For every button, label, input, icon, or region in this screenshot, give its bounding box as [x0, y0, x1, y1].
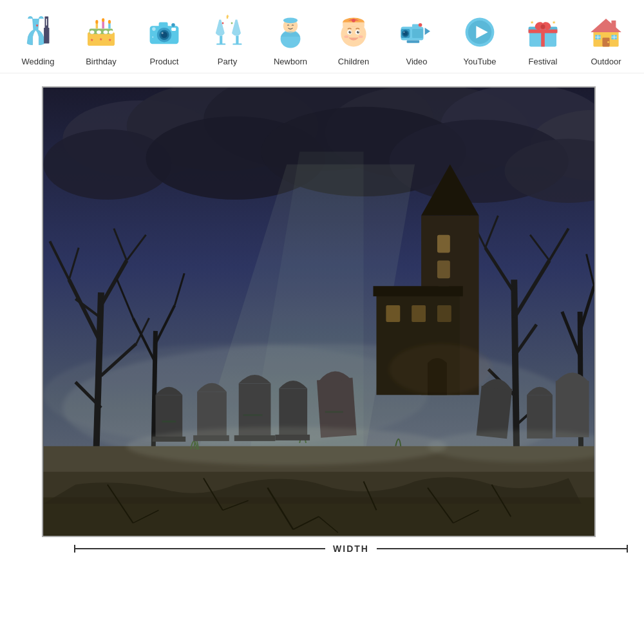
svg-text:★: ★ — [108, 38, 111, 42]
svg-text:★: ★ — [90, 38, 93, 42]
svg-rect-32 — [232, 44, 242, 45]
category-item-birthday[interactable]: ★ ★ ★ Birthday — [75, 12, 127, 66]
svg-marker-76 — [591, 19, 621, 32]
category-item-product[interactable]: ♦ Product — [138, 12, 190, 66]
wedding-label: Wedding — [21, 57, 54, 66]
party-label: Party — [218, 57, 237, 66]
svg-rect-132 — [437, 235, 450, 253]
svg-rect-137 — [386, 305, 400, 322]
svg-point-52 — [352, 19, 355, 23]
main-content: HEIGHT — [0, 73, 644, 554]
svg-point-14 — [102, 18, 104, 22]
svg-point-50 — [344, 35, 348, 38]
svg-text:★: ★ — [552, 20, 556, 24]
svg-rect-31 — [236, 36, 238, 44]
svg-point-24 — [162, 32, 164, 34]
svg-rect-59 — [412, 24, 419, 28]
category-item-festival[interactable]: ★ ★ Festival — [517, 12, 569, 66]
svg-rect-62 — [407, 41, 420, 43]
svg-rect-133 — [437, 260, 450, 278]
svg-point-49 — [358, 32, 359, 32]
birthday-label: Birthday — [86, 57, 117, 66]
svg-text:✦: ✦ — [225, 14, 230, 19]
backdrop-image — [42, 86, 596, 537]
svg-point-7 — [97, 30, 101, 34]
category-item-children[interactable]: Children — [328, 12, 379, 66]
svg-rect-29 — [220, 36, 222, 44]
svg-point-8 — [104, 30, 108, 34]
svg-rect-43 — [343, 23, 365, 27]
svg-point-61 — [419, 23, 422, 27]
svg-point-85 — [607, 41, 609, 43]
children-icon — [333, 12, 374, 53]
svg-rect-58 — [412, 29, 423, 38]
svg-point-46 — [348, 31, 351, 33]
width-tick-right — [627, 545, 628, 553]
product-icon: ♦ — [144, 12, 185, 53]
outdoor-label: Outdoor — [591, 57, 621, 66]
svg-marker-60 — [425, 28, 430, 35]
svg-rect-166 — [556, 381, 589, 437]
svg-text:♥: ♥ — [36, 23, 39, 28]
svg-rect-136 — [374, 286, 463, 296]
svg-point-35 — [222, 23, 224, 24]
width-label: WIDTH — [325, 544, 377, 554]
category-item-video[interactable]: Video — [391, 12, 442, 66]
newborn-icon — [270, 12, 311, 53]
svg-rect-138 — [412, 305, 426, 322]
youtube-icon — [459, 12, 500, 53]
svg-point-140 — [389, 344, 491, 395]
svg-rect-20 — [159, 23, 168, 28]
category-item-outdoor[interactable]: Outdoor — [580, 12, 632, 66]
category-navigation: ♥ Wedding — [0, 0, 644, 73]
svg-rect-1 — [44, 28, 49, 44]
svg-rect-167 — [162, 421, 176, 422]
svg-text:★: ★ — [99, 37, 102, 41]
product-label: Product — [150, 57, 179, 66]
svg-point-9 — [109, 30, 113, 34]
svg-rect-169 — [325, 411, 343, 413]
svg-point-48 — [350, 32, 350, 32]
party-icon: ✦ — [207, 12, 248, 53]
outdoor-icon — [585, 12, 627, 53]
svg-point-170 — [127, 427, 447, 466]
svg-rect-69 — [529, 30, 558, 33]
category-item-newborn[interactable]: Newborn — [265, 12, 316, 66]
svg-rect-168 — [243, 414, 263, 416]
birthday-icon: ★ ★ ★ — [80, 12, 122, 53]
svg-point-26 — [171, 23, 175, 27]
svg-text:★: ★ — [530, 20, 534, 24]
category-item-wedding[interactable]: ♥ Wedding — [12, 12, 64, 66]
newborn-label: Newborn — [274, 57, 307, 66]
svg-rect-30 — [216, 44, 225, 45]
svg-rect-2 — [46, 19, 47, 26]
youtube-label: YouTube — [463, 57, 496, 66]
svg-point-51 — [359, 35, 363, 38]
svg-rect-84 — [611, 21, 616, 28]
svg-rect-139 — [437, 305, 451, 322]
svg-point-72 — [541, 24, 545, 29]
festival-label: Festival — [529, 57, 558, 66]
svg-point-6 — [90, 30, 95, 34]
category-item-youtube[interactable]: YouTube — [454, 12, 506, 66]
svg-point-15 — [108, 20, 111, 24]
svg-rect-155 — [155, 395, 182, 439]
width-line-left — [75, 548, 325, 549]
svg-point-47 — [357, 31, 359, 33]
video-label: Video — [406, 57, 427, 66]
category-item-party[interactable]: ✦ Party — [202, 12, 253, 66]
festival-icon: ★ ★ — [522, 12, 564, 53]
svg-point-36 — [231, 23, 233, 24]
svg-point-27 — [152, 27, 156, 31]
video-icon — [396, 12, 437, 53]
width-bracket: WIDTH — [74, 544, 628, 554]
width-line-right — [377, 548, 627, 549]
wedding-icon: ♥ — [17, 12, 59, 53]
children-label: Children — [338, 57, 369, 66]
svg-point-57 — [403, 32, 404, 33]
svg-rect-25 — [171, 28, 176, 31]
svg-point-13 — [95, 20, 98, 24]
